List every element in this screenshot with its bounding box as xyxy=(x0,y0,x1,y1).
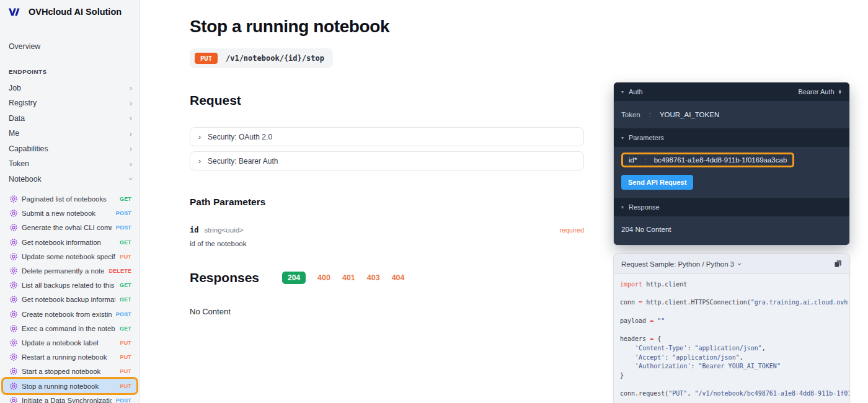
chevron-right-icon: › xyxy=(130,84,132,92)
endpoint-label: Generate the ovhai CLI command... xyxy=(22,224,112,231)
endpoint-label: Stop a running notebook xyxy=(22,383,115,390)
api-client-panel: ▾ Auth Bearer Auth ▲▼ Token : YOUR_AI_TO… xyxy=(614,82,849,245)
endpoint-label: Submit a new notebook xyxy=(22,210,112,217)
overview-label: Overview xyxy=(9,42,40,51)
auth-section-header[interactable]: ▾ Auth Bearer Auth ▲▼ xyxy=(614,82,849,101)
security-bearer-row[interactable]: › Security: Bearer Auth xyxy=(190,151,584,170)
token-row: Token : YOUR_AI_TOKEN xyxy=(614,101,849,128)
sidebar-item-initiate-a-data-synchronization-o[interactable]: Initiate a Data Synchronization o...POST xyxy=(3,394,136,403)
endpoint-label: Start a stopped notebook xyxy=(22,368,115,375)
sidebar-item-notebook[interactable]: Notebook › xyxy=(0,172,140,187)
sidebar-item-update-some-notebook-specificati[interactable]: Update some notebook specificati...PUT xyxy=(3,250,136,264)
method-badge: GET xyxy=(120,239,131,246)
param-type: string<uuid> xyxy=(204,226,243,234)
ovhcloud-logo-icon xyxy=(8,7,23,17)
endpoint-label: Create notebook from existing ba... xyxy=(22,311,112,318)
sidebar-item-token[interactable]: Token› xyxy=(0,156,140,172)
param-description: id of the notebook xyxy=(190,240,584,247)
security-oauth-row[interactable]: › Security: OAuth 2.0 xyxy=(190,127,584,146)
request-heading: Request xyxy=(190,93,584,108)
target-circle-icon xyxy=(10,353,17,361)
sidebar-item-submit-a-new-notebook[interactable]: Submit a new notebookPOST xyxy=(3,206,136,220)
endpoint-label: List all backups related to this not... xyxy=(22,281,115,289)
target-circle-icon xyxy=(10,311,17,318)
copy-icon[interactable] xyxy=(834,260,842,268)
chevron-right-icon: › xyxy=(198,133,201,141)
method-badge: PUT xyxy=(120,354,131,360)
sidebar-item-list-all-backups-related-to-this-not[interactable]: List all backups related to this not...G… xyxy=(3,278,136,292)
sidebar-item-restart-a-running-notebook[interactable]: Restart a running notebookPUT xyxy=(3,350,136,364)
sidebar-groups: Job›Registry›Data›Me›Capabilities›Token› xyxy=(0,81,140,172)
up-down-arrows-icon: ▲▼ xyxy=(838,89,842,95)
response-code-tab-400[interactable]: 400 xyxy=(317,273,330,282)
sidebar-item-data[interactable]: Data› xyxy=(0,111,140,126)
target-circle-icon xyxy=(10,267,17,275)
target-circle-icon xyxy=(10,239,17,246)
path-parameters-heading: Path Parameters xyxy=(190,197,584,208)
sidebar-item-generate-the-ovhai-cli-command[interactable]: Generate the ovhai CLI command...POST xyxy=(3,221,136,234)
endpoint-label: Get notebook information xyxy=(22,239,115,246)
sidebar: OVHcloud AI Solution Overview ENDPOINTS … xyxy=(0,0,140,403)
send-api-request-button[interactable]: Send API Request xyxy=(621,175,693,190)
sidebar-item-get-notebook-information[interactable]: Get notebook informationGET xyxy=(3,236,136,249)
annotation-box-parameter: id* : bc498761-a1e8-4dd8-911b-1f0169aa3c… xyxy=(621,153,794,167)
method-badge: POST xyxy=(116,311,131,317)
sidebar-item-me[interactable]: Me› xyxy=(0,126,140,141)
response-code-tab-204[interactable]: 204 xyxy=(282,272,306,284)
notebook-endpoint-list: Paginated list of notebooksGETSubmit a n… xyxy=(0,192,140,403)
chevron-right-icon: › xyxy=(130,114,132,122)
sidebar-item-stop-a-running-notebook[interactable]: Stop a running notebookPUT xyxy=(3,379,136,392)
sidebar-item-overview[interactable]: Overview xyxy=(0,39,140,55)
method-badge: DELETE xyxy=(108,268,131,274)
response-code-tab-404[interactable]: 404 xyxy=(392,273,405,282)
put-method-badge: PUT xyxy=(195,53,218,64)
notebook-label: Notebook xyxy=(9,175,42,184)
responses-heading: Responses xyxy=(190,270,259,285)
response-code-tab-401[interactable]: 401 xyxy=(342,273,355,282)
sidebar-item-start-a-stopped-notebook[interactable]: Start a stopped notebookPUT xyxy=(3,365,136,378)
parameters-section-label: Parameters xyxy=(629,134,664,141)
endpoint-label: Paginated list of notebooks xyxy=(22,195,115,203)
method-badge: GET xyxy=(120,296,131,303)
parameters-body: id* : bc498761-a1e8-4dd8-911b-1f0169aa3c… xyxy=(614,147,849,198)
param-name: id xyxy=(190,226,198,234)
page-title: Stop a running notebook xyxy=(190,17,584,37)
sidebar-item-exec-a-command-in-the-notebook[interactable]: Exec a command in the notebookGET xyxy=(3,322,136,335)
target-circle-icon xyxy=(10,281,17,289)
target-circle-icon xyxy=(10,383,17,390)
responses-header: Responses 204400401403404 xyxy=(190,270,584,285)
group-label: Token xyxy=(9,159,29,168)
sidebar-item-job[interactable]: Job› xyxy=(0,81,140,96)
response-status-text: 204 No Content xyxy=(614,216,849,245)
method-badge: POST xyxy=(116,224,131,231)
method-badge: PUT xyxy=(120,254,131,260)
sidebar-item-capabilities[interactable]: Capabilities› xyxy=(0,141,140,157)
group-label: Job xyxy=(9,84,21,92)
client-param-separator: : xyxy=(644,156,646,164)
method-badge: PUT xyxy=(120,383,131,389)
request-sample-selector[interactable]: Request Sample: Python / Python 3 xyxy=(621,260,734,268)
sidebar-item-get-notebook-backup-information[interactable]: Get notebook backup informationGET xyxy=(3,293,136,306)
response-code-tab-403[interactable]: 403 xyxy=(367,273,380,282)
client-param-value-field[interactable]: bc498761-a1e8-4dd8-911b-1f0169aa3cab xyxy=(654,156,787,164)
client-param-name: id* xyxy=(629,156,637,164)
request-sample-header: Request Sample: Python / Python 3 › xyxy=(614,254,849,274)
response-section-header[interactable]: ▾ Response xyxy=(614,198,849,216)
token-value-field[interactable]: YOUR_AI_TOKEN xyxy=(660,111,719,118)
chevron-right-icon: › xyxy=(130,160,132,168)
target-circle-icon xyxy=(10,195,17,203)
endpoint-label: Exec a command in the notebook xyxy=(22,325,115,332)
sidebar-item-create-notebook-from-existing-ba[interactable]: Create notebook from existing ba...POST xyxy=(3,308,136,321)
parameters-section-header[interactable]: ▾ Parameters xyxy=(614,128,849,147)
sidebar-item-delete-permanently-a-notebook[interactable]: Delete permanently a notebookDELETE xyxy=(3,264,136,278)
main-content: Stop a running notebook PUT /v1/notebook… xyxy=(190,0,584,316)
sidebar-item-registry[interactable]: Registry› xyxy=(0,95,140,111)
brand[interactable]: OVHcloud AI Solution xyxy=(0,0,140,23)
target-circle-icon xyxy=(10,325,17,332)
auth-scheme-selector[interactable]: Bearer Auth ▲▼ xyxy=(798,88,842,95)
endpoint-label: Delete permanently a notebook xyxy=(22,267,104,275)
sidebar-item-paginated-list-of-notebooks[interactable]: Paginated list of notebooksGET xyxy=(3,192,136,206)
chevron-right-icon: › xyxy=(130,99,132,107)
endpoints-section-label: ENDPOINTS xyxy=(9,68,140,75)
sidebar-item-update-a-notebook-label[interactable]: Update a notebook labelPUT xyxy=(3,336,136,350)
